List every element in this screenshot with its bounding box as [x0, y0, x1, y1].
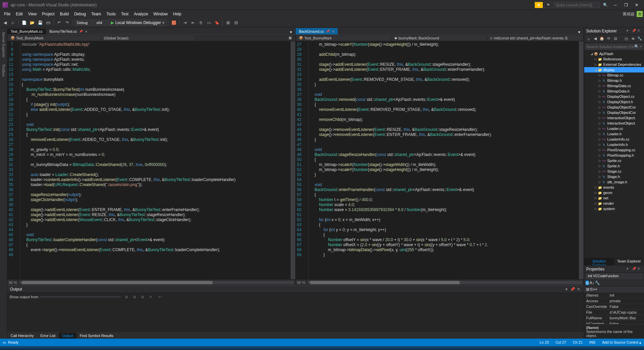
menu-project[interactable]: Project: [39, 10, 57, 18]
properties-grid[interactable]: ⊟ C++(Name)initAccessprivateCanOverrideF…: [584, 287, 644, 324]
se-search[interactable]: 🔍▾: [585, 43, 643, 50]
menu-view[interactable]: View: [25, 10, 39, 18]
output-btn-2[interactable]: ≣: [131, 294, 138, 300]
tree-node[interactable]: ▷hPixelSnapping.h: [584, 153, 644, 158]
split-button[interactable]: ⊞: [289, 36, 294, 40]
prop-row[interactable]: Filed:\AJC\ajc-cpp\a: [584, 310, 644, 315]
notification-flag-button[interactable]: ⚑: [544, 2, 552, 8]
step-btn-3[interactable]: ⎘: [197, 19, 205, 26]
zoom-label-right[interactable]: 90 %: [297, 281, 305, 285]
taskbar[interactable]: [0, 346, 644, 350]
prop-row[interactable]: (Name)init: [584, 293, 644, 298]
output-close[interactable]: ✕: [576, 287, 581, 292]
menu-help[interactable]: Help: [170, 10, 184, 18]
minimize-button[interactable]: ─: [611, 2, 620, 8]
tree-node[interactable]: ▷++LoaderInfo.cc: [584, 137, 644, 142]
output-pin[interactable]: 📌: [570, 287, 575, 292]
tree-node[interactable]: ▷++BitmapData.cc: [584, 83, 644, 89]
tree-node[interactable]: ◢📁display: [584, 67, 644, 72]
prop-object-combo[interactable]: init VCCodeFunction: [586, 274, 642, 279]
se-refresh[interactable]: ⟳: [606, 36, 612, 42]
toolbar-btn-1[interactable]: 🧱: [170, 19, 178, 26]
solution-tree[interactable]: ◢📦AjcFlash▷📁References▷📁External Depende…: [584, 50, 644, 256]
step-btn-2[interactable]: ⇤: [189, 19, 197, 26]
tab-dropdown-left[interactable]: ▾: [290, 30, 295, 34]
menu-file[interactable]: File: [1, 10, 13, 18]
zoom-label-left[interactable]: 90 %: [9, 281, 17, 285]
tree-node[interactable]: ▷📁net: [584, 195, 644, 201]
output-dropdown[interactable]: ▾: [564, 287, 569, 292]
scrollbar-v-left[interactable]: [291, 41, 295, 279]
comment-btn[interactable]: ▭: [205, 19, 213, 26]
se-prop[interactable]: 🔧: [637, 36, 643, 42]
tree-node[interactable]: ▷hstb_image.h: [584, 179, 644, 185]
se-close[interactable]: ✕: [637, 29, 642, 33]
tree-node[interactable]: ▷++Loader.cc: [584, 126, 644, 131]
prop-dropdown[interactable]: ▾: [627, 267, 631, 272]
notification-filter-button[interactable]: ▼: [535, 2, 543, 8]
username-label[interactable]: 黄靖超: [623, 11, 635, 17]
config-combo[interactable]: Debug: [74, 20, 93, 26]
tree-node[interactable]: ▷hLoaderInfo.h: [584, 142, 644, 147]
menu-tools[interactable]: Tools: [104, 10, 119, 18]
prop-cat-btn[interactable]: ⊞: [586, 281, 589, 285]
tree-node[interactable]: ▷++InteractiveObject.: [584, 115, 644, 121]
toolbar-btn-a[interactable]: ⊞: [224, 19, 232, 26]
tree-node[interactable]: ▷++Sprite.cc: [584, 158, 644, 163]
tree-node[interactable]: ▷hSprite.h: [584, 163, 644, 169]
tab-bunnytile[interactable]: BunnyTileTest.cc📌✕: [46, 28, 91, 34]
menu-team[interactable]: Team: [89, 10, 104, 18]
se-pin[interactable]: 📌: [632, 29, 637, 33]
prop-pin[interactable]: 📌: [632, 267, 637, 272]
close-icon[interactable]: ✕: [85, 30, 88, 33]
close-button[interactable]: ✕: [632, 2, 641, 8]
tree-node[interactable]: ▷📁References: [584, 56, 644, 62]
tree-node[interactable]: ▷++Bitmap.cc: [584, 72, 644, 78]
platform-combo[interactable]: x64: [94, 20, 108, 26]
tab-background[interactable]: BackGround.cc📌✕: [296, 28, 338, 34]
crumb-project[interactable]: 📦Test_BunnyMark: [9, 36, 101, 40]
crumb-scope-r[interactable]: ◆bunnyMark::BackGround: [392, 36, 487, 40]
tree-node[interactable]: ▷📁events: [584, 185, 644, 190]
output-source-combo[interactable]: [40, 296, 121, 298]
crumb-member-r[interactable]: ◇init(const std::shared_ptr<AjcFlash::ev…: [488, 36, 582, 40]
tree-node[interactable]: ▷hBitmapData.h: [584, 89, 644, 94]
tree-node[interactable]: ▷hDisplayObject.h: [584, 99, 644, 105]
output-tab[interactable]: Call Hierarchy: [7, 333, 37, 339]
pin-icon[interactable]: 📌: [326, 30, 330, 33]
se-sync[interactable]: 🏠: [599, 36, 605, 42]
undo-button[interactable]: ↶: [55, 19, 63, 26]
output-tab[interactable]: Output: [59, 333, 76, 339]
tree-node[interactable]: ▷hBitmap.h: [584, 78, 644, 83]
se-dropdown[interactable]: ▾: [627, 29, 631, 33]
run-button[interactable]: ▶Local Windows Debugger▾: [109, 19, 167, 26]
menu-debug[interactable]: Debug: [71, 10, 89, 18]
open-button[interactable]: 📂: [28, 19, 36, 26]
output-btn-1[interactable]: ≣: [123, 294, 130, 300]
prop-row[interactable]: ⊟ C++: [584, 287, 644, 293]
quick-launch-input[interactable]: [553, 2, 600, 8]
output-clear[interactable]: ✕: [147, 294, 154, 300]
code-editor-right[interactable]: m_bitmap->scaleY(Number(stage()->stageHe…: [309, 41, 579, 279]
tree-node[interactable]: ▷📁geom: [584, 190, 644, 195]
scrollbar-v-right[interactable]: [579, 41, 584, 279]
scrollbar-h-right[interactable]: [310, 281, 582, 284]
se-back[interactable]: ◀: [592, 36, 598, 42]
se-home[interactable]: ⌂: [586, 36, 592, 42]
tree-node[interactable]: ▷📁render: [584, 201, 644, 206]
tree-node[interactable]: ▷hDisplayObjectCor: [584, 110, 644, 115]
menu-analyze[interactable]: Analyze: [131, 10, 151, 18]
bookmark-btn[interactable]: 🔖: [213, 19, 221, 26]
search-icon[interactable]: 🔍: [603, 3, 608, 7]
se-collapse[interactable]: ⊟: [612, 36, 618, 42]
tree-node[interactable]: ▷📁system: [584, 206, 644, 211]
new-project-button[interactable]: 📄: [20, 19, 28, 26]
toolbox-tab[interactable]: Toolbox: [1, 62, 6, 79]
output-body[interactable]: [7, 301, 584, 331]
outline-margin[interactable]: [16, 41, 20, 279]
output-wrap[interactable]: ↩: [157, 294, 163, 300]
status-source[interactable]: Add to Source Control ▴: [602, 340, 641, 345]
prop-row[interactable]: CanOverrideFalse: [584, 304, 644, 310]
prop-az-btn[interactable]: A↓: [590, 281, 594, 285]
prop-row[interactable]: Accessprivate: [584, 298, 644, 304]
